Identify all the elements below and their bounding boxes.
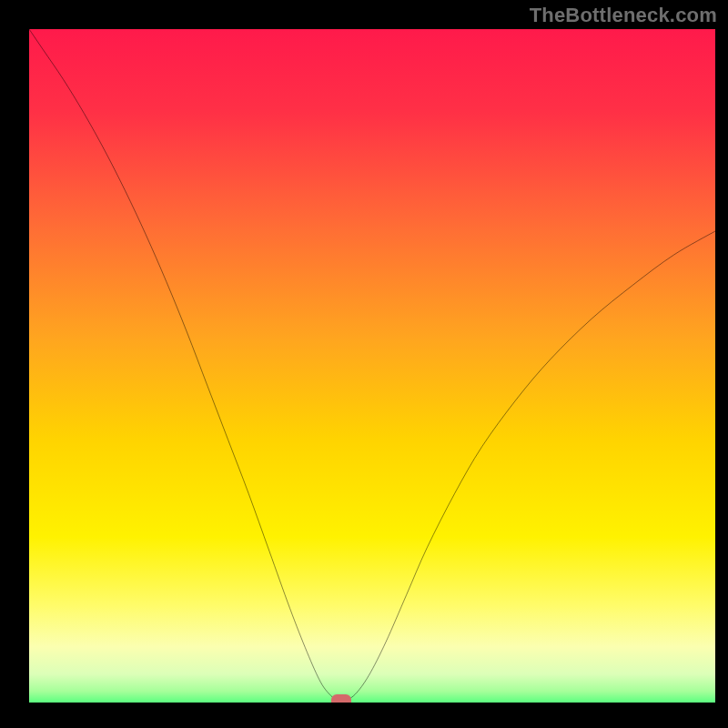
watermark-text: TheBottleneck.com xyxy=(530,4,717,27)
bottleneck-curve xyxy=(29,29,715,703)
plot-area xyxy=(29,29,715,703)
optimal-point-marker xyxy=(331,694,351,703)
chart-frame: TheBottleneck.com xyxy=(0,0,728,728)
